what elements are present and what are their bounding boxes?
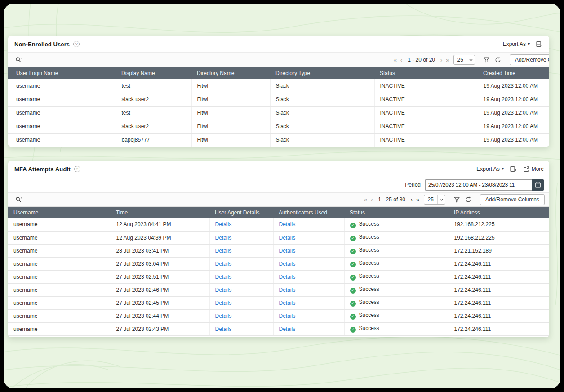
column-header-created-time[interactable]: Created Time [478, 67, 549, 79]
page-size-value: 25 [454, 55, 467, 64]
column-header-user-agent-details[interactable]: User Agent Details [209, 207, 273, 218]
export-as-button[interactable]: Export As ▾ [503, 41, 530, 47]
success-icon: ✓ [350, 327, 356, 333]
search-icon[interactable] [14, 56, 24, 64]
last-page-button[interactable]: » [416, 197, 420, 203]
details-link[interactable]: Details [279, 274, 296, 280]
export-options-icon[interactable] [535, 40, 544, 48]
table-cell: Details [209, 322, 273, 335]
details-link[interactable]: Details [279, 235, 296, 241]
page-size-select[interactable]: 25 [424, 195, 445, 205]
table-cell: 19 Aug 2023 12:00 AM [478, 106, 549, 120]
export-as-button[interactable]: Export As ▾ [476, 166, 503, 172]
details-link[interactable]: Details [215, 313, 232, 319]
details-link[interactable]: Details [215, 261, 232, 267]
filter-icon[interactable] [483, 56, 490, 64]
table-cell: Slack [270, 106, 374, 120]
table-cell: 172.24.246.111 [449, 270, 549, 283]
more-button[interactable]: More [523, 166, 544, 172]
details-link[interactable]: Details [279, 261, 296, 267]
table-cell: Fitwl [191, 93, 270, 106]
table-cell: Slack [270, 79, 374, 93]
first-page-button[interactable]: « [364, 197, 368, 203]
column-header-status[interactable]: Status [374, 67, 478, 79]
table-cell: Slack [270, 120, 374, 133]
table-cell: slack user2 [116, 93, 191, 106]
refresh-icon[interactable] [494, 56, 502, 64]
details-link[interactable]: Details [279, 300, 296, 306]
table-cell: username [8, 120, 116, 133]
column-header-display-name[interactable]: Display Name [116, 67, 191, 79]
table-row: username27 Jul 2023 03:04 PMDetailsDetai… [8, 257, 549, 270]
prev-page-button[interactable]: ‹ [370, 197, 373, 203]
success-icon: ✓ [350, 249, 356, 254]
column-header-time[interactable]: Time [111, 207, 209, 218]
next-page-button[interactable]: › [440, 57, 443, 63]
details-link[interactable]: Details [279, 287, 296, 293]
refresh-icon[interactable] [464, 196, 472, 204]
column-header-status[interactable]: Status [344, 207, 449, 218]
next-page-button[interactable]: › [410, 197, 413, 203]
table-cell: username [8, 270, 111, 283]
table-cell: 27 Jul 2023 02:44 PM [111, 309, 209, 322]
details-link[interactable]: Details [215, 300, 232, 306]
column-header-authenticators-used[interactable]: Authenticators Used [273, 207, 344, 218]
table-cell: test [116, 79, 191, 93]
table-cell: 172.24.246.111 [449, 322, 549, 335]
table-cell: 192.168.212.225 [449, 231, 549, 244]
column-header-directory-type[interactable]: Directory Type [270, 67, 374, 79]
table-cell: username [8, 106, 116, 120]
table-cell: Slack [270, 133, 374, 147]
table-cell: username [8, 79, 116, 93]
details-link[interactable]: Details [279, 326, 296, 332]
column-header-username[interactable]: Username [8, 207, 111, 218]
details-link[interactable]: Details [215, 235, 232, 241]
add-remove-columns-button[interactable]: Add/Remove Columns [510, 54, 549, 65]
details-link[interactable]: Details [279, 248, 296, 254]
table-cell: Fitwl [191, 106, 270, 120]
prev-page-button[interactable]: ‹ [400, 57, 403, 63]
column-header-ip-address[interactable]: IP Address [449, 207, 549, 218]
success-icon: ✓ [350, 314, 356, 320]
status-text: Success [359, 325, 379, 331]
status-cell: ✓Success [344, 244, 449, 257]
table-cell: 27 Jul 2023 02:51 PM [111, 270, 209, 283]
details-link[interactable]: Details [215, 326, 232, 332]
success-icon: ✓ [350, 236, 356, 241]
details-link[interactable]: Details [215, 287, 232, 293]
filter-icon[interactable] [453, 196, 461, 204]
help-icon[interactable]: ? [74, 166, 80, 172]
first-page-button[interactable]: « [393, 57, 397, 63]
details-link[interactable]: Details [215, 248, 232, 254]
status-text: Success [359, 234, 379, 240]
details-link[interactable]: Details [215, 274, 232, 280]
help-icon[interactable]: ? [73, 41, 80, 47]
table-row: username27 Jul 2023 02:43 PMDetailsDetai… [8, 322, 549, 335]
table-cell: 19 Aug 2023 12:00 AM [478, 93, 549, 106]
table-cell: username [8, 322, 111, 335]
table-cell: 19 Aug 2023 12:00 AM [478, 133, 549, 147]
add-remove-columns-button[interactable]: Add/Remove Columns [480, 194, 545, 205]
page-size-select[interactable]: 25 [453, 55, 475, 65]
search-icon[interactable] [14, 196, 24, 204]
details-link[interactable]: Details [279, 313, 296, 319]
table-cell: Details [273, 296, 344, 309]
last-page-button[interactable]: » [445, 57, 449, 63]
column-header-directory-name[interactable]: Directory Name [191, 67, 270, 79]
table-cell: Details [273, 218, 344, 231]
table-cell: 27 Jul 2023 02:45 PM [111, 296, 209, 309]
table-cell: INACTIVE [374, 79, 478, 93]
status-text: Success [359, 273, 379, 279]
details-link[interactable]: Details [279, 221, 296, 227]
table-cell: 172.24.246.111 [449, 296, 549, 309]
success-icon: ✓ [350, 288, 356, 294]
export-options-icon[interactable] [509, 165, 518, 173]
calendar-icon[interactable] [532, 179, 544, 191]
period-input[interactable] [425, 179, 532, 191]
page-range: 1 - 20 of 20 [408, 57, 435, 63]
table-cell: Details [209, 244, 273, 257]
table-cell: username [8, 93, 116, 106]
table-cell: Details [209, 296, 273, 309]
column-header-user-login-name[interactable]: User Login Name [8, 67, 116, 79]
details-link[interactable]: Details [215, 221, 232, 227]
